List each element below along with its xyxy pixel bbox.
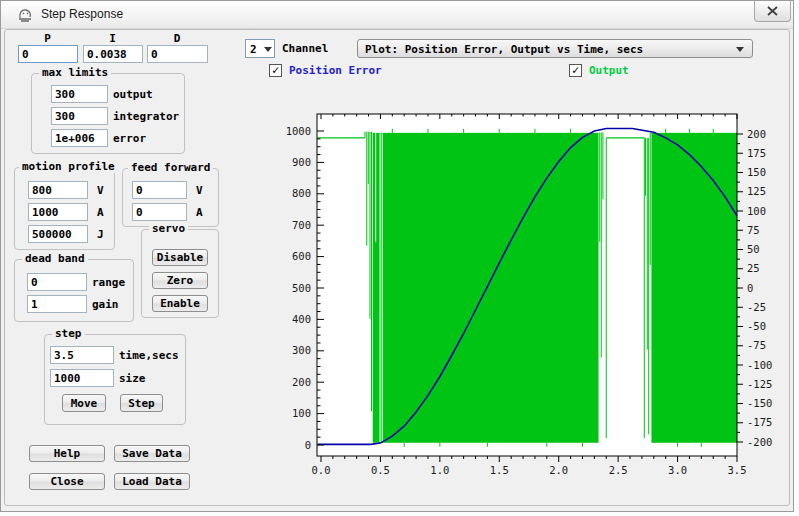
close-dialog-button[interactable]: Close bbox=[29, 473, 105, 490]
window: Step Response P I D 2 Channel Plot: Posi… bbox=[0, 0, 794, 512]
svg-text:2.5: 2.5 bbox=[609, 464, 628, 476]
group-step-title: step bbox=[52, 327, 85, 340]
error-limit-label: error bbox=[113, 132, 146, 145]
group-motion-profile: motion profile V A J bbox=[14, 167, 115, 250]
velocity-label: V bbox=[97, 184, 104, 197]
d-field[interactable] bbox=[147, 45, 208, 63]
range-label: range bbox=[92, 276, 125, 289]
output-label: Output bbox=[589, 64, 629, 77]
svg-text:700: 700 bbox=[292, 219, 311, 231]
close-button[interactable] bbox=[754, 1, 791, 22]
group-feed-forward: feed forward V A bbox=[122, 168, 219, 227]
svg-text:25: 25 bbox=[747, 262, 760, 274]
svg-text:600: 600 bbox=[292, 250, 311, 262]
step-time-field[interactable] bbox=[50, 346, 114, 364]
svg-text:50: 50 bbox=[747, 243, 760, 255]
svg-text:-100: -100 bbox=[747, 359, 772, 371]
chevron-down-icon bbox=[264, 47, 272, 52]
check-icon: ✓ bbox=[272, 63, 279, 77]
svg-text:-125: -125 bbox=[747, 378, 772, 390]
step-response-plot: 0.00.51.01.52.02.53.03.50100200300400500… bbox=[271, 106, 799, 481]
step-button[interactable]: Step bbox=[120, 394, 163, 412]
plot-select-value: Plot: Position Error, Output vs Time, se… bbox=[365, 43, 643, 56]
gain-label: gain bbox=[92, 298, 119, 311]
svg-text:100: 100 bbox=[747, 205, 766, 217]
i-label: I bbox=[83, 32, 142, 45]
output-limit-field[interactable] bbox=[51, 85, 108, 103]
svg-text:400: 400 bbox=[292, 313, 311, 325]
svg-text:-25: -25 bbox=[747, 301, 766, 313]
window-title: Step Response bbox=[41, 7, 123, 21]
d-label: D bbox=[147, 32, 207, 45]
svg-text:0: 0 bbox=[305, 439, 311, 451]
svg-text:-150: -150 bbox=[747, 397, 772, 409]
save-data-button[interactable]: Save Data bbox=[114, 445, 190, 462]
group-servo: servo Disable Zero Enable bbox=[141, 229, 219, 318]
step-size-field[interactable] bbox=[50, 369, 114, 387]
svg-text:3.0: 3.0 bbox=[668, 464, 687, 476]
p-field[interactable] bbox=[18, 45, 78, 63]
svg-text:800: 800 bbox=[292, 187, 311, 199]
svg-text:1.5: 1.5 bbox=[490, 464, 509, 476]
svg-text:1.0: 1.0 bbox=[430, 464, 449, 476]
zero-button[interactable]: Zero bbox=[152, 272, 208, 289]
output-checkbox[interactable]: ✓ bbox=[569, 64, 582, 77]
group-dead-band-title: dead band bbox=[22, 252, 88, 265]
svg-text:-200: -200 bbox=[747, 436, 772, 448]
move-button[interactable]: Move bbox=[62, 394, 106, 412]
ff-velocity-label: V bbox=[196, 184, 203, 197]
check-icon: ✓ bbox=[572, 63, 579, 77]
svg-text:300: 300 bbox=[292, 344, 311, 356]
p-label: P bbox=[18, 32, 77, 45]
position-error-label: Position Error bbox=[289, 64, 382, 77]
svg-text:75: 75 bbox=[747, 224, 760, 236]
group-motion-profile-title: motion profile bbox=[19, 160, 118, 173]
svg-text:-50: -50 bbox=[747, 320, 766, 332]
help-button[interactable]: Help bbox=[29, 445, 105, 462]
enable-button[interactable]: Enable bbox=[152, 295, 208, 312]
jerk-field[interactable] bbox=[28, 225, 88, 243]
svg-text:200: 200 bbox=[747, 128, 766, 140]
group-servo-title: servo bbox=[149, 222, 188, 235]
channel-value: 2 bbox=[250, 43, 257, 56]
plot-select[interactable]: Plot: Position Error, Output vs Time, se… bbox=[357, 39, 753, 58]
svg-text:2.0: 2.0 bbox=[549, 464, 568, 476]
channel-select[interactable]: 2 bbox=[245, 39, 275, 58]
title-bar[interactable]: Step Response bbox=[1, 1, 793, 29]
svg-text:125: 125 bbox=[747, 185, 766, 197]
group-feed-forward-title: feed forward bbox=[128, 161, 213, 174]
svg-text:0.0: 0.0 bbox=[312, 464, 331, 476]
i-field[interactable] bbox=[83, 45, 143, 63]
disable-button[interactable]: Disable bbox=[152, 249, 208, 266]
group-max-limits-title: max limits bbox=[39, 66, 111, 79]
close-icon bbox=[767, 6, 778, 16]
velocity-field[interactable] bbox=[28, 181, 88, 199]
output-limit-label: output bbox=[113, 88, 153, 101]
gain-field[interactable] bbox=[27, 295, 87, 313]
svg-text:0: 0 bbox=[747, 282, 753, 294]
svg-text:900: 900 bbox=[292, 156, 311, 168]
svg-text:150: 150 bbox=[747, 166, 766, 178]
group-step: step time,secs size Move Step bbox=[44, 334, 186, 425]
accel-field[interactable] bbox=[28, 203, 88, 221]
position-error-checkbox[interactable]: ✓ bbox=[269, 64, 282, 77]
app-icon bbox=[17, 6, 34, 23]
svg-text:3.5: 3.5 bbox=[728, 464, 747, 476]
range-field[interactable] bbox=[27, 273, 87, 291]
group-dead-band: dead band range gain bbox=[14, 259, 134, 322]
svg-text:200: 200 bbox=[292, 376, 311, 388]
integrator-limit-field[interactable] bbox=[51, 107, 108, 125]
ff-velocity-field[interactable] bbox=[132, 181, 187, 199]
step-time-label: time,secs bbox=[119, 349, 179, 362]
ff-accel-field[interactable] bbox=[132, 203, 187, 221]
svg-text:1000: 1000 bbox=[286, 125, 311, 137]
error-limit-field[interactable] bbox=[51, 129, 108, 147]
load-data-button[interactable]: Load Data bbox=[114, 473, 190, 490]
jerk-label: J bbox=[97, 228, 104, 241]
svg-text:0.5: 0.5 bbox=[371, 464, 390, 476]
desktop: Step Response P I D 2 Channel Plot: Posi… bbox=[0, 0, 799, 516]
svg-text:500: 500 bbox=[292, 282, 311, 294]
chevron-down-icon bbox=[736, 47, 744, 52]
svg-text:175: 175 bbox=[747, 147, 766, 159]
svg-text:100: 100 bbox=[292, 407, 311, 419]
